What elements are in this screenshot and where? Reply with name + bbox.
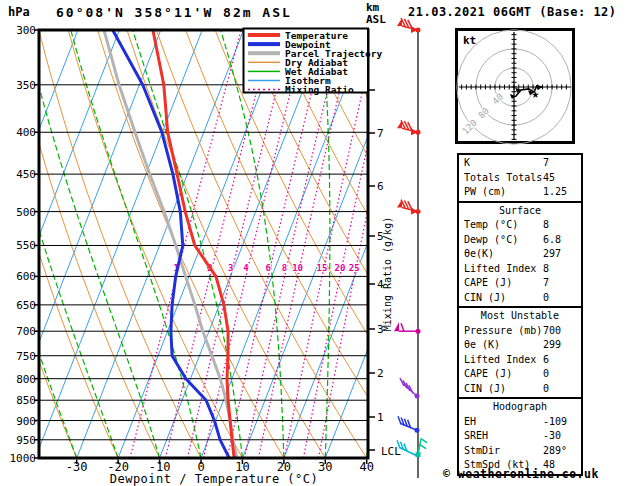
stat-label: CAPE (J) (464, 276, 543, 291)
pressure-tick-label: 800 (16, 373, 36, 386)
pressure-tick-label: 350 (16, 79, 36, 92)
mixing-ratio-label: 6 (265, 263, 270, 273)
barb-dot (415, 394, 420, 399)
wind-barb (397, 18, 421, 33)
barb-dot (415, 428, 420, 433)
stat-label: Pressure (mb) (464, 324, 543, 339)
panel-section-hodograph: HodographEH-109SREH-30StmDir289°StmSpd (… (457, 397, 583, 476)
x-axis-title: Dewpoint / Temperature (°C) (110, 472, 319, 486)
barb-feather (401, 323, 404, 331)
panel-section-indices: K7Totals Totals45PW (cm)1.25 (457, 153, 583, 203)
temperature-curve (153, 30, 234, 458)
dry-adiabat (98, 30, 284, 458)
stat-label: θe(K) (464, 247, 543, 262)
stat-label: CAPE (J) (464, 367, 543, 382)
stat-value: 8 (543, 262, 581, 277)
sounding-curves (104, 30, 237, 458)
barb-dot (416, 28, 421, 33)
stat-label: Lifted Index (464, 262, 543, 277)
section-title: Hodograph (459, 400, 581, 415)
stat-row: Pressure (mb)700 (459, 324, 581, 339)
stat-value: 6 (543, 353, 581, 368)
pressure-tick-label: 700 (16, 325, 36, 338)
km-tick-label: 1 (377, 411, 384, 424)
panel-section-surface: SurfaceTemp (°C)8Dewp (°C)6.8θe(K)297Lif… (457, 201, 583, 309)
wind-barb (398, 416, 420, 433)
lcl-label: LCL (381, 445, 401, 458)
mixing-ratio-label: 4 (243, 263, 249, 273)
stat-row: Totals Totals45 (459, 171, 581, 186)
km-tick-label: 6 (377, 180, 384, 193)
barb-feather (420, 445, 426, 449)
pressure-tick-label: 300 (16, 24, 36, 37)
isotherm (35, 30, 202, 458)
stat-label: StmDir (464, 444, 543, 459)
stat-value: 700 (543, 324, 581, 339)
sounding-screenshot: hPa 60°08'N 358°11'W 82m ASL kmASL 21.03… (0, 0, 629, 486)
stat-row: Temp (°C)8 (459, 218, 581, 233)
legend-label: Mixing Ratio (285, 84, 354, 95)
stat-value: 45 (543, 171, 581, 186)
stat-row: CAPE (J)7 (459, 276, 581, 291)
stat-row: Lifted Index6 (459, 353, 581, 368)
pressure-tick-label: 650 (16, 299, 36, 312)
storm-motion-star: ★ (532, 86, 540, 101)
stat-value: 8 (543, 218, 581, 233)
stat-value: 299 (543, 338, 581, 353)
pressure-tick-label: 950 (16, 434, 36, 447)
stat-value: -109 (543, 415, 581, 430)
copyright: © weatheronline.co.uk (443, 467, 599, 481)
stat-label: K (464, 156, 543, 171)
stat-row: θe(K)297 (459, 247, 581, 262)
stat-value: 7 (543, 276, 581, 291)
wind-barb (400, 378, 420, 399)
barb-feather (398, 416, 401, 424)
hodograph-plot: 4080120kt★ (455, 28, 575, 145)
km-tick-label: 2 (377, 367, 384, 380)
pressure-tick-label: 900 (16, 415, 36, 428)
mixing-ratio-label: 20 (335, 263, 346, 273)
temp-tick-label: -30 (66, 460, 88, 474)
pressure-tick-label: 1000 (10, 452, 37, 465)
stat-value: -30 (543, 429, 581, 444)
stat-row: CIN (J)0 (459, 382, 581, 397)
stat-value: 0 (543, 291, 581, 306)
stat-row: θe (K)299 (459, 338, 581, 353)
parcel-trajectory-curve (104, 30, 237, 458)
stat-label: Temp (°C) (464, 218, 543, 233)
barb-dot (416, 130, 421, 135)
temp-tick-label: 40 (359, 460, 373, 474)
stat-row: EH-109 (459, 415, 581, 430)
pressure-tick-label: 850 (16, 394, 36, 407)
stat-row: CIN (J)0 (459, 291, 581, 306)
barb-dot (416, 329, 421, 334)
mixing-ratio-label: 3 (228, 263, 233, 273)
section-title: Surface (459, 204, 581, 219)
wind-barb (397, 200, 421, 215)
stat-label: θe (K) (464, 338, 543, 353)
pressure-tick-label: 500 (16, 206, 36, 219)
stat-label: PW (cm) (464, 185, 543, 200)
stat-row: PW (cm)1.25 (459, 185, 581, 200)
pressure-tick-label: 750 (16, 350, 36, 363)
stat-row: StmDir289° (459, 444, 581, 459)
panel-section-most-unstable: Most UnstablePressure (mb)700θe (K)299Li… (457, 306, 583, 399)
pressure-tick-label: 600 (16, 270, 36, 283)
mixing-ratio-line (187, 30, 291, 458)
stat-value: 6.8 (543, 233, 581, 248)
stat-row: Dewp (°C)6.8 (459, 233, 581, 248)
stat-label: CIN (J) (464, 382, 543, 397)
temp-tick-label: 30 (318, 460, 332, 474)
stat-label: EH (464, 415, 543, 430)
stat-label: Lifted Index (464, 353, 543, 368)
stat-label: CIN (J) (464, 291, 543, 306)
wind-barb (416, 439, 428, 458)
barb-shaft (399, 447, 418, 456)
km-tick-label: 7 (377, 127, 384, 140)
mixing-ratio-label: 15 (317, 263, 328, 273)
mixing-ratio-label: 10 (292, 263, 303, 273)
stat-value: 1.25 (543, 185, 581, 200)
stat-row: K7 (459, 156, 581, 171)
barb-pennant (394, 322, 399, 331)
pressure-tick-label: 400 (16, 126, 36, 139)
